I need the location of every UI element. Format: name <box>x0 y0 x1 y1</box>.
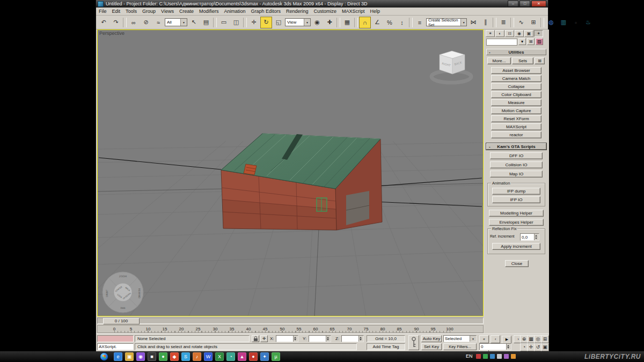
material-editor-icon[interactable]: ◍ <box>545 17 557 28</box>
align-icon[interactable]: ∥ <box>480 17 492 28</box>
menu-views[interactable]: Views <box>158 9 177 14</box>
map-io-button[interactable]: Map IO <box>490 171 543 178</box>
maximize-button[interactable]: □ <box>519 1 530 7</box>
absolute-mode-icon[interactable]: ✛ <box>260 335 268 342</box>
ifp-io-button[interactable]: IFP IO <box>492 196 540 203</box>
menu-create[interactable]: Create <box>177 9 196 14</box>
auto-key-button[interactable]: Auto Key <box>421 335 442 342</box>
menu-customize[interactable]: Customize <box>311 9 340 14</box>
camera-match-button[interactable]: Camera Match <box>491 75 541 82</box>
spinner-icon[interactable] <box>534 234 539 240</box>
tray-icon[interactable] <box>504 354 509 359</box>
taskbar-app-icon[interactable]: S <box>181 352 190 361</box>
utilities-rollout-header[interactable]: - Utilities <box>486 49 546 55</box>
x-coordinate-field[interactable] <box>276 335 298 342</box>
use-pivot-center-icon[interactable]: ◉ <box>311 17 323 28</box>
wheel-rewind-label[interactable]: REWIND <box>138 289 141 299</box>
viewport-canvas[interactable]: RIGHT BACK ZOOM REWIND PAN ORBIT <box>98 30 483 316</box>
mirror-icon[interactable]: ⋈ <box>467 17 479 28</box>
maximize-viewport-icon[interactable]: ▣ <box>541 343 549 351</box>
house-model[interactable] <box>221 134 382 230</box>
taskbar-app-icon[interactable]: ● <box>159 352 167 361</box>
minimize-button[interactable]: – <box>508 1 518 7</box>
taskbar-app-icon[interactable]: ■ <box>148 352 156 361</box>
taskbar-app-icon[interactable]: X <box>215 352 224 361</box>
viewcube[interactable]: RIGHT BACK <box>431 51 471 83</box>
redo-icon[interactable]: ↷ <box>110 17 122 28</box>
bind-to-space-warp-icon[interactable]: ≈ <box>152 17 164 28</box>
undo-icon[interactable]: ↶ <box>98 17 109 28</box>
tab-create-icon[interactable]: ✶ <box>486 30 495 37</box>
tray-icon[interactable] <box>511 354 516 359</box>
play-icon[interactable]: ▶ <box>502 336 511 344</box>
select-and-scale-icon[interactable]: ◱ <box>273 17 284 28</box>
panel-dropdown-icon[interactable]: ▾ <box>518 38 526 45</box>
percent-snap-icon[interactable]: % <box>384 17 396 28</box>
select-and-move-icon[interactable]: ✛ <box>248 17 260 28</box>
sets-list-icon[interactable]: ⊞ <box>535 57 545 64</box>
edit-named-sets-icon[interactable]: ≡ <box>414 17 426 28</box>
tray-icon[interactable] <box>490 354 495 359</box>
y-coordinate-field[interactable] <box>309 335 331 342</box>
taskbar-app-icon[interactable]: ♪ <box>193 352 201 361</box>
selection-filter-dropdown[interactable]: All ▼ <box>165 18 187 26</box>
unlink-selection-icon[interactable]: ⊘ <box>140 17 152 28</box>
wheel-zoom-label[interactable]: ZOOM <box>119 275 127 278</box>
select-and-rotate-icon[interactable]: ↻ <box>260 17 272 28</box>
time-slider[interactable]: 0 / 100 <box>97 317 484 324</box>
menu-file[interactable]: File <box>96 9 109 14</box>
macro-recorder-field[interactable] <box>97 335 134 342</box>
select-and-manipulate-icon[interactable]: ✚ <box>324 17 335 28</box>
layer-manager-icon[interactable]: ≣ <box>497 17 509 28</box>
language-indicator[interactable]: EN <box>466 353 473 359</box>
key-mode-dropdown[interactable]: Selected▼ <box>443 335 477 342</box>
panel-close-button[interactable]: Close <box>505 260 529 267</box>
maxscript-mini-listener[interactable]: AXScript. <box>97 343 134 350</box>
panel-swatch-icon[interactable]: ▨ <box>536 38 543 45</box>
dff-io-button[interactable]: DFF IO <box>490 152 543 159</box>
motion-capture-button[interactable]: Motion Capture <box>491 107 541 114</box>
menu-animation[interactable]: Animation <box>221 9 248 14</box>
menu-modifiers[interactable]: Modifiers <box>196 9 222 14</box>
track-bar[interactable]: 0 5 10 15 20 25 30 35 40 45 50 55 60 65 … <box>97 325 484 333</box>
tab-display-icon[interactable]: ▣ <box>524 30 533 37</box>
previous-frame-icon[interactable]: ‹ <box>491 335 500 343</box>
zoom-extents-all-icon[interactable]: ⊞ <box>541 335 549 343</box>
menu-tools[interactable]: Tools <box>123 9 140 14</box>
tray-icon[interactable] <box>476 354 481 359</box>
add-time-tag[interactable]: Add Time Tag <box>367 343 405 350</box>
collapse-button[interactable]: Collapse <box>491 83 541 90</box>
reference-coordinate-dropdown[interactable]: View ▼ <box>285 18 311 26</box>
quick-render-icon[interactable]: ♨ <box>582 17 594 28</box>
apply-increment-button[interactable]: Apply increment <box>492 243 540 250</box>
spinner-icon[interactable] <box>358 336 363 342</box>
menu-maxscript[interactable]: MAXScript <box>339 9 368 14</box>
z-coordinate-field[interactable] <box>341 335 364 342</box>
taskbar-app-icon[interactable]: ◔ <box>226 352 235 361</box>
time-slider-handle[interactable]: 0 / 100 <box>103 318 140 324</box>
measure-button[interactable]: Measure <box>491 99 541 106</box>
ref-increment-field[interactable]: 0,0 <box>520 233 539 241</box>
maxscript-button[interactable]: MAXScript <box>491 123 541 130</box>
menu-rendering[interactable]: Rendering <box>283 9 311 14</box>
rendered-frame-icon[interactable]: ▫ <box>570 17 582 28</box>
tab-hierarchy-icon[interactable]: ⊟ <box>505 30 514 37</box>
panel-grid-icon[interactable]: ⊞ <box>527 38 535 45</box>
spinner-snap-icon[interactable]: ↕ <box>396 17 408 28</box>
close-button[interactable]: ✕ <box>531 1 546 7</box>
snaps-toggle-icon[interactable]: ∩ <box>359 17 371 28</box>
tab-motion-icon[interactable]: ◉ <box>515 30 524 37</box>
go-to-start-icon[interactable]: « <box>479 335 489 343</box>
tray-icon[interactable] <box>483 354 488 359</box>
window-frame[interactable] <box>317 198 327 211</box>
sets-button[interactable]: Sets <box>512 57 533 64</box>
asset-browser-button[interactable]: Asset Browser <box>491 67 541 74</box>
spinner-icon[interactable] <box>293 336 298 342</box>
taskbar-app-icon[interactable]: ◉ <box>136 352 145 361</box>
collision-io-button[interactable]: Collision IO <box>490 161 543 168</box>
select-by-name-icon[interactable]: ▤ <box>200 17 212 28</box>
set-key-button[interactable]: Set Key <box>421 343 442 350</box>
key-filters-button[interactable]: Key Filters... <box>443 343 477 350</box>
modelling-helper-button[interactable]: Modelling Helper <box>489 210 544 217</box>
select-object-icon[interactable]: ↖ <box>188 17 200 28</box>
